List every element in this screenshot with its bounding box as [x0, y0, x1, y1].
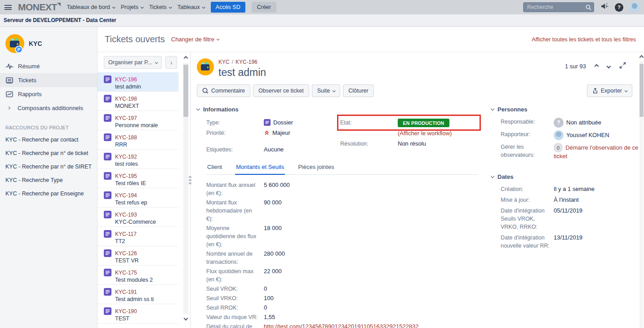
comment-label: Commentaire — [211, 88, 245, 94]
shortcut-search-ticket-number[interactable]: KYC - Recherche par n° de ticket — [0, 146, 97, 160]
section-label: Informations — [203, 106, 239, 113]
issue-type-icon — [104, 269, 111, 282]
ticket-summary: Test admin ss ti — [115, 296, 154, 303]
list-item[interactable]: KYC-117 TT2 — [98, 227, 178, 246]
tab-montants-et-seuils[interactable]: Montants et Seuils — [235, 164, 285, 175]
sidebar-item-tickets[interactable]: Tickets — [0, 73, 97, 87]
list-item[interactable]: KYC-196 test admin — [98, 72, 178, 92]
announcement-banner: Serveur de DEVELOPPEMENT - Data Center — [0, 14, 644, 27]
ticket-key[interactable]: KYC-126 — [115, 250, 137, 257]
ticket-key[interactable]: KYC-197 — [115, 115, 137, 121]
ticket-key[interactable]: KYC-198 — [115, 96, 137, 102]
list-item[interactable]: KYC-194 Test refus ep — [98, 188, 178, 208]
change-filter-label: Changer de filtre — [171, 36, 214, 43]
section-dates[interactable]: Dates — [491, 173, 640, 180]
nav-boards[interactable]: Tableaux — [178, 4, 204, 10]
expand-icon[interactable] — [619, 62, 626, 70]
ticket-key[interactable]: KYC-193 — [115, 212, 137, 218]
list-item[interactable]: KYC-197 Personne morale — [98, 111, 178, 130]
main-scrollbar[interactable] — [640, 56, 644, 328]
search-input[interactable] — [523, 2, 594, 12]
list-item[interactable]: KYC-126 TEST VR — [98, 246, 178, 266]
ticket-key[interactable]: KYC-195 — [115, 173, 137, 179]
ticket-key[interactable]: KYC-194 — [115, 192, 137, 199]
tab-client[interactable]: Client — [206, 164, 223, 174]
monext-logo[interactable]: MONEXT — [18, 2, 61, 13]
create-button[interactable]: Créer — [252, 2, 276, 13]
ticket-key[interactable]: KYC-196 — [115, 76, 137, 83]
vr-calc-link[interactable]: http://test.com/123456789012342019110516… — [264, 323, 478, 328]
help-icon[interactable]: ? — [615, 3, 623, 12]
section-people[interactable]: Personnes — [491, 106, 640, 113]
nav-dashboards[interactable]: Tableaux de bord — [67, 4, 115, 10]
sidebar-item-reports[interactable]: Rapports — [0, 87, 97, 101]
previous-ticket-icon[interactable] — [595, 64, 599, 68]
reporter-label: Rapporteur: — [501, 130, 554, 140]
chevron-down-icon — [112, 5, 115, 9]
list-item[interactable]: KYC-188 RRR — [98, 130, 178, 150]
breadcrumb-project-link[interactable]: KYC — [218, 59, 230, 65]
list-item[interactable]: KYC-191 Test admin ss ti — [98, 285, 178, 304]
list-item[interactable]: KYC-175 Test modules 2 — [98, 266, 178, 285]
ticket-key[interactable]: KYC-191 — [115, 289, 137, 295]
list-item[interactable]: KYC-195 Test rôles IE — [98, 169, 178, 188]
change-filter-link[interactable]: Changer de filtre — [171, 36, 219, 43]
section-informations[interactable]: Informations — [197, 106, 478, 113]
show-all-filters-link[interactable]: Afficher toutes les tickets et tous les … — [532, 36, 636, 43]
shortcut-search-contact[interactable]: KYC - Recherche par contact — [0, 133, 97, 146]
type-label: Type: — [206, 119, 264, 127]
tab-pieces-jointes[interactable]: Pièces jointes — [297, 164, 335, 174]
list-item[interactable]: KYC-198 MONEXT — [98, 92, 178, 111]
list-scrollbar[interactable] — [183, 57, 189, 320]
status-badge: EN PRODUCTION — [398, 119, 449, 127]
breadcrumb-ticket-link[interactable]: KYC-196 — [235, 59, 258, 65]
scrollbar-track[interactable] — [183, 63, 188, 314]
scroll-down-icon[interactable] — [184, 316, 188, 321]
sort-direction-button[interactable]: ↓ — [165, 56, 177, 69]
announcement-icon[interactable] — [600, 3, 608, 12]
shortcut-search-type[interactable]: KYC - Recherche Type — [0, 173, 97, 187]
sidebar-item-summary[interactable]: Résumé — [0, 59, 97, 73]
export-button[interactable]: Exporter — [587, 84, 632, 97]
close-ticket-button[interactable]: Clôturer — [343, 84, 373, 97]
export-label: Exporter — [601, 88, 622, 94]
ticket-key[interactable]: KYC-188 — [115, 134, 137, 141]
list-item[interactable]: KYC-193 KYC-Commerce — [98, 208, 178, 227]
hamburger-menu-icon[interactable] — [4, 5, 12, 10]
ticket-key[interactable]: KYC-192 — [115, 154, 137, 160]
shortcut-search-siret[interactable]: KYC - Recherche par n° de SIRET — [0, 160, 97, 173]
acces-sd-button[interactable]: Accès SD — [211, 2, 245, 13]
start-watching-link[interactable]: Démarre l'observation de ce ticket — [554, 144, 638, 160]
scroll-up-icon[interactable] — [184, 56, 188, 61]
list-item[interactable]: KYC-192 test roles — [98, 150, 178, 169]
list-item[interactable]: KYC-190 TEST — [98, 304, 178, 324]
created-label: Création: — [501, 185, 554, 193]
comment-button[interactable]: Commentaire — [197, 84, 250, 97]
order-by-dropdown[interactable]: Organiser par P... — [104, 56, 162, 69]
reporter-avatar — [554, 130, 564, 140]
field-label: Montant flux hebdomadaire (en €): — [206, 199, 259, 223]
ticket-key[interactable]: KYC-190 — [115, 308, 137, 315]
ticket-key[interactable]: KYC-117 — [115, 231, 137, 237]
scrollbar-thumb[interactable] — [183, 65, 188, 117]
field-label: Moyenne quotidienne des flux (en €): — [206, 224, 259, 248]
ticket-key[interactable]: KYC-175 — [115, 270, 137, 276]
updated-label: Mise à jour: — [501, 196, 554, 204]
sidebar-item-addons[interactable]: Composants additionnels — [0, 101, 97, 115]
show-workflow-link[interactable]: (Afficher le workflow) — [398, 129, 475, 137]
more-actions-button[interactable]: Suite — [312, 84, 341, 97]
next-ticket-icon[interactable] — [607, 64, 611, 68]
dossier-icon — [264, 119, 271, 126]
watch-button[interactable]: Observer ce ticket — [253, 84, 309, 97]
user-avatar[interactable] — [630, 2, 640, 12]
field-label: Seuil VROK: — [206, 285, 259, 293]
nav-projects[interactable]: Projets — [121, 4, 143, 10]
shortcut-search-enseigne[interactable]: KYC - Recherche par Enseigne — [0, 187, 97, 200]
state-label: Etat: — [340, 119, 398, 128]
project-avatar[interactable] — [5, 34, 24, 53]
scrollbar-thumb[interactable] — [640, 64, 644, 117]
field-label: Détail du calcul de VR: — [206, 323, 259, 328]
scroll-up-icon[interactable] — [640, 55, 644, 60]
scrollbar-track[interactable] — [640, 61, 644, 328]
nav-tickets[interactable]: Tickets — [149, 4, 171, 10]
